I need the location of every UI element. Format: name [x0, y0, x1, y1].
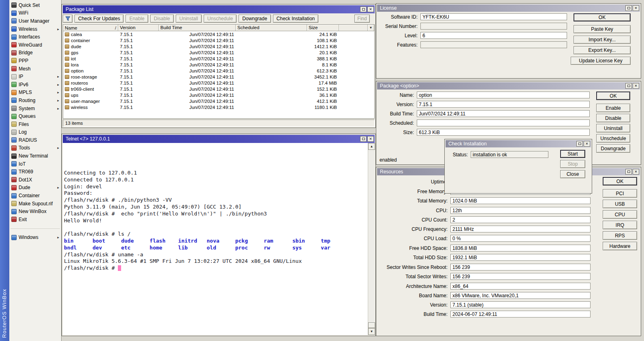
sidebar-item-windows[interactable]: Windows▸	[9, 234, 61, 242]
sector-writes-since-reboot-input[interactable]	[450, 264, 591, 271]
sidebar-item-dot1x[interactable]: Dot1X	[9, 176, 61, 184]
sidebar-item-wireless[interactable]: Wireless▸	[9, 25, 61, 33]
sidebar-item-mesh[interactable]: Mesh	[9, 65, 61, 73]
sidebar-item-interfaces[interactable]: Interfaces	[9, 33, 61, 41]
unschedule-button[interactable]: Unschedule	[204, 15, 237, 23]
sidebar-item-radius[interactable]: RADIUS	[9, 136, 61, 144]
sidebar-item-wifi[interactable]: WiFi	[9, 9, 61, 17]
scrollbar-thumb[interactable]	[368, 322, 375, 328]
table-row[interactable]: dude7.15.1Jun/07/2024 12:49:111412.1 KiB	[63, 43, 374, 49]
column-header-size[interactable]: Size	[307, 25, 339, 31]
close-icon[interactable]: ✕	[633, 5, 639, 11]
cpu-button[interactable]: CPU	[603, 210, 637, 219]
maximize-button[interactable]	[360, 6, 367, 12]
terminal-scrollbar[interactable]: ▲ ▼	[368, 143, 375, 335]
rps-button[interactable]: RPS	[603, 231, 637, 240]
table-row[interactable]: option7.15.1Jun/07/2024 12:49:11612.3 Ki…	[63, 68, 374, 74]
total-hdd-size-input[interactable]	[450, 254, 591, 261]
export-key-button[interactable]: Export Key...	[574, 46, 631, 54]
pci-button[interactable]: PCI	[603, 189, 637, 198]
hardware-button[interactable]: Hardware	[603, 242, 637, 250]
table-row[interactable]: calea7.15.1Jun/07/2024 12:49:1124.1 KiB	[63, 31, 374, 37]
features-input[interactable]	[420, 41, 567, 48]
board-name-input[interactable]	[450, 292, 591, 299]
update-license-key-button[interactable]: Update License Key	[571, 57, 631, 65]
table-row[interactable]: routeros7.15.1Jun/07/2024 12:49:1117.4 M…	[63, 80, 374, 86]
table-row[interactable]: container7.15.1Jun/07/2024 12:49:11108.1…	[63, 37, 374, 43]
start-button[interactable]: Start	[560, 150, 585, 158]
ok-button[interactable]: OK	[603, 177, 637, 185]
column-header-version[interactable]: Version	[118, 25, 159, 31]
close-icon[interactable]: ✕	[633, 169, 639, 175]
column-header-scheduled[interactable]: Scheduled	[236, 25, 307, 31]
close-icon[interactable]: ✕	[367, 136, 374, 142]
telnet-titlebar[interactable]: Telnet <7> 127.0.0.1 ✕	[63, 135, 375, 143]
stop-button[interactable]: Stop	[560, 160, 585, 168]
package-list-titlebar[interactable]: Package List ✕	[63, 5, 375, 13]
sidebar-item-files[interactable]: Files	[9, 120, 61, 128]
sidebar-item-wireguard[interactable]: WireGuard	[9, 41, 61, 49]
status-input[interactable]	[471, 151, 548, 158]
find-button[interactable]: Find	[354, 15, 370, 23]
check-installation-titlebar[interactable]: Check Installation ✕	[446, 140, 591, 147]
scheduled-input[interactable]	[417, 119, 590, 126]
sidebar-item-log[interactable]: Log	[9, 128, 61, 136]
sidebar-item-user-manager[interactable]: User Manager	[9, 17, 61, 25]
maximize-button[interactable]	[576, 141, 583, 147]
sidebar-item-make-supout-rif[interactable]: Make Supout.rif	[9, 200, 61, 208]
cpu-input[interactable]	[450, 207, 591, 214]
build-time-input[interactable]	[450, 311, 591, 318]
table-row[interactable]: iot7.15.1Jun/07/2024 12:49:11388.1 KiB	[63, 55, 374, 62]
disable-button[interactable]: Disable	[150, 15, 174, 23]
table-row[interactable]: gps7.15.1Jun/07/2024 12:49:1120.1 KiB	[63, 49, 374, 55]
sidebar-item-routing[interactable]: Routing▸	[9, 96, 61, 104]
cpu-frequency-input[interactable]	[450, 226, 591, 232]
import-key-button[interactable]: Import Key...	[574, 36, 631, 44]
sidebar-item-tools[interactable]: Tools▸	[9, 144, 61, 152]
column-select-dropdown[interactable]: ▼	[367, 25, 374, 31]
sidebar-item-mpls[interactable]: MPLS▸	[9, 89, 61, 97]
ok-button[interactable]: OK	[574, 13, 631, 21]
downgrade-button[interactable]: Downgrade	[596, 144, 630, 153]
sidebar-item-exit[interactable]: Exit	[9, 215, 61, 224]
maximize-button[interactable]	[360, 136, 367, 142]
cpu-load-input[interactable]	[450, 235, 591, 242]
cpu-count-input[interactable]	[450, 216, 591, 223]
sidebar-item-iot[interactable]: IoT	[9, 160, 61, 168]
close-icon[interactable]: ✕	[367, 6, 374, 12]
total-sector-writes-input[interactable]	[450, 273, 591, 280]
column-header-name[interactable]: Name /	[63, 25, 118, 31]
sidebar-item-new-winbox[interactable]: New WinBox	[9, 207, 61, 215]
version-input[interactable]	[450, 301, 591, 308]
architecture-name-input[interactable]	[450, 283, 591, 290]
uninstall-button[interactable]: Uninstall	[596, 124, 630, 132]
maximize-button[interactable]	[625, 169, 632, 175]
sidebar-item-tr069[interactable]: TR069	[9, 168, 61, 176]
software-id-input[interactable]	[420, 13, 567, 20]
free-hdd-space-input[interactable]	[450, 245, 591, 251]
sidebar-item-ip[interactable]: IP▸	[9, 72, 61, 81]
uninstall-button[interactable]: Uninstall	[176, 15, 202, 23]
sidebar-item-container[interactable]: Container	[9, 192, 61, 200]
scroll-up-icon[interactable]: ▲	[368, 143, 375, 150]
version-input[interactable]	[417, 101, 590, 108]
table-row[interactable]: wireless7.15.1Jun/07/2024 12:49:111180.1…	[63, 104, 374, 110]
usb-button[interactable]: USB	[603, 200, 637, 208]
maximize-button[interactable]	[625, 83, 632, 89]
sidebar-item-bridge[interactable]: Bridge	[9, 49, 61, 57]
name-input[interactable]	[417, 92, 590, 98]
scroll-down-icon[interactable]: ▼	[368, 328, 375, 335]
column-header-build-time[interactable]: Build Time	[159, 25, 236, 31]
sidebar-item-queues[interactable]: Queues	[9, 112, 61, 120]
table-row[interactable]: rose-storage7.15.1Jun/07/2024 12:49:1134…	[63, 74, 374, 80]
table-row[interactable]: tr069-client7.15.1Jun/07/2024 12:49:1115…	[63, 86, 374, 92]
table-row[interactable]: user-manager7.15.1Jun/07/2024 12:49:1141…	[63, 98, 374, 104]
close-icon[interactable]: ✕	[584, 141, 590, 147]
total-memory-input[interactable]	[450, 197, 591, 204]
ok-button[interactable]: OK	[596, 92, 630, 100]
package-option-titlebar[interactable]: Package <option> ✕	[377, 82, 640, 90]
serial-number-input[interactable]	[420, 23, 567, 30]
filter-button[interactable]	[63, 15, 73, 23]
sidebar-item-ipv6[interactable]: IPv6▸	[9, 81, 61, 89]
disable-button[interactable]: Disable	[596, 114, 630, 122]
